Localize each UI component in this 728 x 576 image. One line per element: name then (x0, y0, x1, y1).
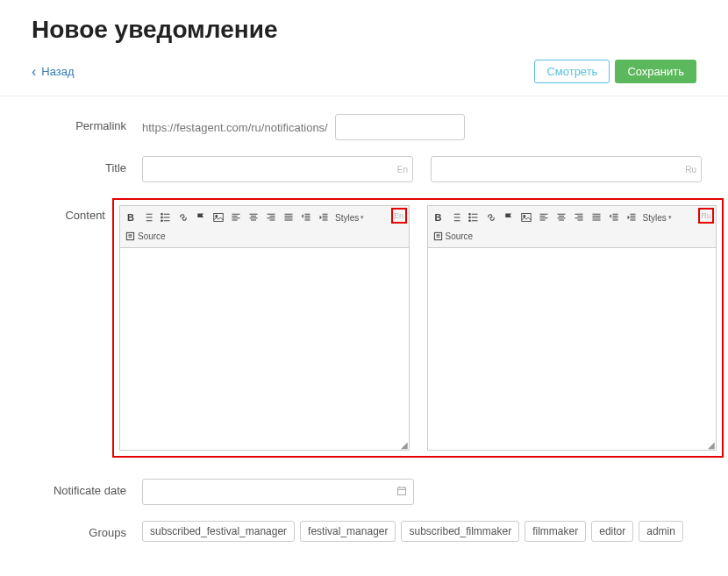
groups-label: Groups (26, 521, 142, 539)
bullet-list-icon[interactable] (158, 210, 174, 225)
link-icon[interactable] (175, 210, 191, 225)
group-tag[interactable]: filmmaker (525, 521, 586, 542)
align-center-icon[interactable] (553, 210, 569, 225)
numbered-list-icon[interactable] (448, 210, 464, 225)
flag-icon[interactable] (193, 210, 209, 225)
indent-icon[interactable] (624, 210, 639, 225)
align-center-icon[interactable] (246, 210, 261, 225)
title-en-input[interactable] (142, 156, 413, 182)
svg-point-1 (161, 217, 163, 218)
date-input[interactable] (142, 479, 414, 505)
title-ru-input[interactable] (431, 156, 702, 182)
align-justify-icon[interactable] (589, 210, 604, 225)
source-button[interactable]: Source (431, 231, 476, 242)
editor-ru: B Styles▾ Ru (427, 205, 717, 451)
resize-handle-icon: ◢ (401, 442, 408, 449)
content-label: Content (35, 209, 105, 222)
group-tag[interactable]: subscribed_filmmaker (401, 521, 519, 542)
group-tag[interactable]: admin (639, 521, 683, 542)
date-label: Notificate date (26, 479, 142, 497)
editor-ru-area[interactable]: ◢ (428, 248, 717, 450)
group-tag[interactable]: editor (591, 521, 633, 542)
group-tag[interactable]: subscribed_festival_manager (142, 521, 295, 542)
align-justify-icon[interactable] (281, 210, 296, 225)
permalink-input[interactable] (335, 114, 465, 140)
link-icon[interactable] (483, 210, 499, 225)
preview-button-top[interactable]: Смотреть (534, 60, 610, 83)
svg-point-7 (468, 217, 470, 218)
group-tag[interactable]: festival_manager (300, 521, 396, 542)
indent-icon[interactable] (316, 210, 332, 225)
outdent-icon[interactable] (606, 210, 622, 225)
title-label: Title (26, 156, 142, 174)
svg-rect-3 (214, 214, 224, 222)
bold-icon[interactable]: B (431, 210, 446, 225)
back-link[interactable]: Назад (32, 64, 75, 80)
align-right-icon[interactable] (571, 210, 587, 225)
svg-point-0 (161, 214, 163, 216)
editor-lang-ru-highlight: Ru (698, 208, 714, 224)
page-title: Новое уведомление (0, 0, 728, 53)
styles-dropdown[interactable]: Styles▾ (641, 213, 674, 223)
editor-en: B Styles▾ En (119, 205, 410, 451)
outdent-icon[interactable] (298, 210, 314, 225)
svg-point-4 (216, 215, 218, 217)
bold-icon[interactable]: B (123, 210, 139, 225)
svg-point-10 (523, 215, 525, 217)
svg-point-8 (468, 220, 470, 222)
content-highlight-box: Content B Styles▾ En (112, 198, 724, 458)
resize-handle-icon: ◢ (708, 442, 715, 449)
align-left-icon[interactable] (536, 210, 552, 225)
svg-point-2 (161, 220, 163, 222)
image-icon[interactable] (518, 210, 534, 225)
image-icon[interactable] (211, 210, 226, 225)
align-left-icon[interactable] (228, 210, 244, 225)
permalink-label: Permalink (26, 114, 142, 132)
editor-en-area[interactable]: ◢ (120, 248, 409, 450)
svg-point-6 (468, 214, 470, 216)
svg-rect-11 (434, 232, 441, 239)
save-button-top[interactable]: Сохранить (615, 60, 696, 83)
source-button[interactable]: Source (123, 231, 168, 242)
permalink-prefix: https://festagent.com/ru/notifications/ (142, 121, 328, 134)
editor-lang-en-highlight: En (391, 208, 407, 224)
svg-rect-9 (521, 214, 531, 222)
groups-list: subscribed_festival_manager festival_man… (142, 521, 702, 542)
align-right-icon[interactable] (263, 210, 279, 225)
bullet-list-icon[interactable] (466, 210, 482, 225)
numbered-list-icon[interactable] (140, 210, 156, 225)
flag-icon[interactable] (501, 210, 517, 225)
svg-rect-5 (126, 232, 133, 239)
styles-dropdown[interactable]: Styles▾ (333, 213, 366, 223)
